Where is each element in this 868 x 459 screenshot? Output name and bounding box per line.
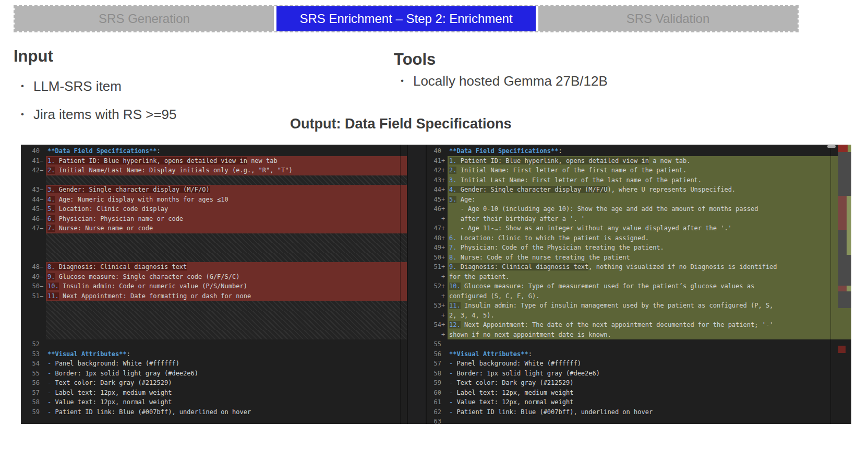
diff-marker: + — [441, 175, 448, 185]
diff-marker — [441, 417, 448, 424]
output-heading: Output: Data Field Specifications — [290, 116, 512, 132]
line-number: 47 — [21, 223, 40, 233]
code-text: - Age 0-10 (including age 10): Show the … — [448, 204, 851, 214]
line-number: 63 — [427, 417, 441, 424]
line-number — [427, 291, 441, 301]
minimap[interactable] — [838, 145, 851, 424]
line-number: 53 — [21, 349, 40, 359]
diff-row: 40**Data Field Specifications**: — [21, 146, 407, 156]
line-number — [427, 272, 441, 282]
diff-marker: + — [441, 281, 448, 291]
diff-marker: − — [40, 195, 46, 205]
line-number: 47 — [427, 223, 441, 233]
diff-marker: − — [40, 272, 46, 282]
diff-marker: + — [441, 195, 448, 205]
diff-row: 46+ - Age 0-10 (including age 10): Show … — [427, 204, 851, 214]
diff-marker: − — [40, 214, 46, 224]
diff-pane-after[interactable]: 40**Data Field Specifications**:41+1. Pa… — [427, 145, 851, 424]
code-text — [46, 320, 407, 330]
diff-pane-before[interactable]: 40**Data Field Specifications**:41−1. Pa… — [21, 145, 407, 424]
tab-srs-generation[interactable]: SRS Generation — [15, 6, 274, 31]
code-text: 6. Physician: Physician name or code — [46, 214, 407, 224]
diff-marker — [40, 243, 46, 253]
code-text — [46, 233, 407, 243]
code-text — [46, 243, 407, 253]
diff-marker — [441, 349, 448, 359]
line-number: 51 — [427, 262, 441, 272]
diff-row: 53+11. Insulin admin: Type of insulin ma… — [427, 301, 851, 311]
line-number: 53 — [427, 301, 441, 311]
minimap-block — [838, 286, 851, 291]
diff-row: 55 — [427, 339, 851, 349]
diff-viewer: 40**Data Field Specifications**:41−1. Pa… — [21, 145, 851, 424]
diff-marker — [40, 378, 46, 388]
code-text: 12. Next Appointment: The date of the ne… — [448, 320, 851, 330]
diff-row: 47−7. Nurse: Nurse name or code — [21, 223, 407, 233]
diff-marker — [40, 253, 46, 263]
diff-row: +shown if no next appointment date is kn… — [427, 330, 851, 340]
code-text: 9. Glucose measure: Single character cod… — [46, 272, 407, 282]
line-number: 42 — [427, 166, 441, 175]
code-text: - Text color: Dark gray (#212529) — [448, 378, 851, 388]
line-number: 61 — [427, 397, 441, 407]
diff-marker — [441, 369, 448, 379]
code-text: 2. Initial Name: First letter of the fir… — [448, 166, 851, 175]
bullet-item: •LLM-SRS item — [21, 78, 122, 95]
diff-row: 52+10. Glucose measure: Type of measurem… — [427, 281, 851, 291]
diff-marker — [40, 311, 46, 321]
diff-marker: + — [441, 204, 448, 214]
minimap-block — [838, 230, 851, 255]
diff-row — [21, 233, 407, 243]
code-text: 10. Glucose measure: Type of measurement… — [448, 281, 851, 291]
scrollbar-thumb[interactable] — [827, 145, 836, 148]
diff-marker — [40, 301, 46, 311]
diff-row: 49+7. Physician: Code of the Physician t… — [427, 243, 851, 253]
code-text — [46, 311, 407, 321]
diff-marker — [40, 146, 46, 156]
diff-marker: − — [40, 262, 46, 272]
diff-row: 60- Label text: 12px, medium weight — [427, 388, 851, 398]
code-text: - Patient ID link: Blue (#007bff), under… — [448, 407, 851, 417]
diff-marker — [40, 359, 46, 369]
diff-marker: − — [40, 185, 46, 195]
code-text: **Visual Attributes**: — [46, 349, 407, 359]
page: SRS GenerationSRS Enrichment – Step 2: E… — [0, 0, 868, 459]
code-text: 4. Age: Numeric display with months for … — [46, 195, 407, 205]
line-number: 45 — [21, 204, 40, 214]
code-text: - Age 11-…: Show as an integer without a… — [448, 223, 851, 233]
minimap-block — [838, 145, 851, 152]
diff-marker: + — [441, 330, 448, 340]
code-text: 1. Patient ID: Blue hyperlink, opens det… — [46, 156, 407, 166]
line-number — [427, 214, 441, 224]
code-text: - Text color: Dark gray (#212529) — [46, 378, 407, 388]
diff-marker: − — [40, 291, 46, 301]
line-number — [21, 301, 40, 311]
code-text: - Value text: 12px, normal weight — [46, 397, 407, 407]
code-text: 11. Insulin admin: Type of insulin manag… — [448, 301, 851, 311]
tab-srs-enrichment-step-2-enrichment[interactable]: SRS Enrichment – Step 2: Enrichment — [276, 6, 536, 31]
code-text: 6. Location: Clinic to which the patient… — [448, 233, 851, 243]
diff-marker — [441, 339, 448, 349]
bullet-text: Jira items with RS >=95 — [33, 107, 177, 123]
code-text — [46, 339, 407, 349]
code-text — [448, 339, 851, 349]
tab-srs-validation[interactable]: SRS Validation — [538, 6, 798, 31]
diff-row: + after their birthday after a '. ' — [427, 214, 851, 224]
line-number: 43 — [21, 185, 40, 195]
bullet-item: •Locally hosted Gemma 27B/12B — [401, 73, 608, 89]
diff-row: 57- Label text: 12px, medium weight — [21, 388, 407, 398]
line-number: 56 — [21, 378, 40, 388]
diff-marker: − — [40, 223, 46, 233]
minimap-block — [838, 255, 851, 286]
diff-pane-divider[interactable] — [407, 145, 427, 424]
line-number — [21, 311, 40, 321]
diff-marker — [40, 233, 46, 243]
code-text: 5. Location: Clinic code display — [46, 204, 407, 214]
diff-row: 42+2. Initial Name: First letter of the … — [427, 166, 851, 175]
line-number: 55 — [427, 339, 441, 349]
diff-row — [21, 243, 407, 253]
diff-marker: + — [441, 156, 448, 166]
bullet-icon: • — [401, 76, 404, 86]
diff-row: 59- Text color: Dark gray (#212529) — [427, 378, 851, 388]
diff-row: 41+1. Patient ID: Blue hyperlink, opens … — [427, 156, 851, 166]
